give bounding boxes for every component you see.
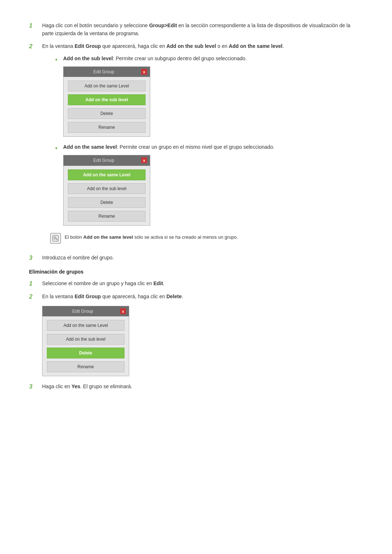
step-number-2: 2 [29,42,42,50]
rename-btn-1[interactable]: Rename [68,122,146,133]
step-1-text: Haga clic con el botón secundario y sele… [42,22,363,37]
bullet-dot-2: • [55,144,63,154]
add-same-level-btn-2[interactable]: Add on the same Level [68,169,146,180]
step-3-text: Introduzca el nombre del grupo. [42,254,363,262]
elim-step-3-content: Haga clic en Yes. El grupo se eliminará. [42,383,363,391]
elim-step-2: 2 En la ventana Edit Group que aparecerá… [29,293,363,378]
dialog-close-btn-2[interactable]: x [141,157,147,163]
note-box: El botón Add on the same level sólo se a… [50,232,363,244]
dialog-close-btn-3[interactable]: x [120,308,126,314]
delete-btn-1[interactable]: Delete [68,108,146,119]
section-heading: Eliminación de grupos [29,269,363,275]
rename-btn-2[interactable]: Rename [68,211,146,222]
dialog-box-1: Edit Group x Add on the same Level Add o… [63,66,150,137]
add-same-level-btn-1[interactable]: Add on the same Level [68,81,146,91]
elim-step-2-text: En la ventana Edit Group que aparecerá, … [42,293,363,301]
dialog-title-2: Edit Group [66,157,141,164]
bullet-item-2: • Add on the same level: Permite crear u… [55,143,363,227]
dialog-body-3: Add on the same Level Add on the sub lev… [42,316,129,376]
bullet-dot-1: • [55,55,63,65]
bullet-2-text: Add on the same level: Permite crear un … [63,144,274,150]
dialog-box-3: Edit Group x Add on the same Level Add o… [42,306,129,377]
bullet-1-body: Add on the sub level: Permite crear un s… [63,55,363,138]
step-3-content: Introduzca el nombre del grupo. [42,254,363,262]
add-same-level-btn-3[interactable]: Add on the same Level [47,320,124,331]
bullet-item-1: • Add on the sub level: Permite crear un… [55,55,363,138]
dialog-box-2: Edit Group x Add on the same Level Add o… [63,155,150,226]
dialog-close-btn-1[interactable]: x [141,69,147,75]
dialog-titlebar-2: Edit Group x [64,155,150,166]
elim-step-number-1: 1 [29,280,42,287]
step-number-1: 1 [29,22,42,29]
dialog-title-3: Edit Group [45,308,120,315]
elim-step-1-text: Seleccione el nombre de un grupo y haga … [42,280,363,288]
note-text: El botón Add on the same level sólo se a… [65,232,238,241]
step-2-text: En la ventana Edit Group que aparecerá, … [42,42,363,50]
step-1-content: Haga clic con el botón secundario y sele… [42,22,363,37]
delete-btn-3[interactable]: Delete [47,348,124,358]
dialog-body-2: Add on the same Level Add on the sub lev… [64,166,150,225]
add-sub-level-btn-1[interactable]: Add on the sub level [68,94,146,105]
elim-step-2-content: En la ventana Edit Group que aparecerá, … [42,293,363,378]
step-3: 3 Introduzca el nombre del grupo. [29,254,363,262]
elim-step-1: 1 Seleccione el nombre de un grupo y hag… [29,280,363,288]
dialog-body-1: Add on the same Level Add on the sub lev… [64,77,150,136]
elim-step-3: 3 Haga clic en Yes. El grupo se eliminar… [29,383,363,391]
step-2: 2 En la ventana Edit Group que aparecerá… [29,42,363,249]
elim-step-number-2: 2 [29,293,42,300]
bullet-section: • Add on the sub level: Permite crear un… [55,55,363,227]
dialog-titlebar-1: Edit Group x [64,67,150,77]
bullet-1-text: Add on the sub level: Permite crear un s… [63,56,247,61]
dialog-title-1: Edit Group [66,69,141,75]
add-sub-level-btn-2[interactable]: Add on the sub level [68,183,146,194]
elim-step-number-3: 3 [29,383,42,390]
step-1: 1 Haga clic con el botón secundario y se… [29,22,363,37]
bullet-2-body: Add on the same level: Permite crear un … [63,143,363,227]
rename-btn-3[interactable]: Rename [47,361,124,372]
elim-step-3-text: Haga clic en Yes. El grupo se eliminará. [42,383,363,391]
note-icon [50,233,61,244]
dialog-titlebar-3: Edit Group x [42,306,129,317]
delete-btn-2[interactable]: Delete [68,197,146,208]
step-number-3: 3 [29,254,42,262]
step-2-content: En la ventana Edit Group que aparecerá, … [42,42,363,249]
svg-rect-0 [53,235,58,241]
add-sub-level-btn-3[interactable]: Add on the sub level [47,334,124,345]
elim-step-1-content: Seleccione el nombre de un grupo y haga … [42,280,363,288]
